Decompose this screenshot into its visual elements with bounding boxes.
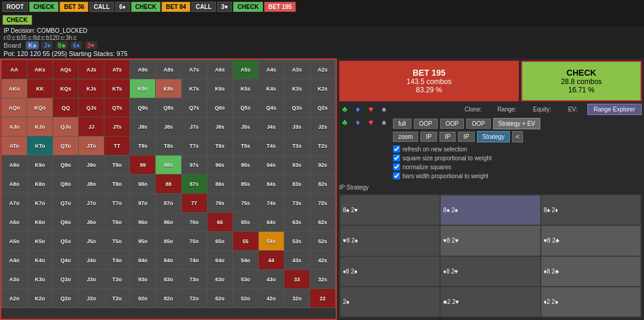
- grid-cell[interactable]: QJs: [79, 98, 104, 117]
- nav-btn-bet36[interactable]: BET 36: [60, 2, 88, 12]
- grid-cell[interactable]: J9s: [130, 117, 155, 136]
- grid-cell[interactable]: J5o: [79, 232, 104, 250]
- nav-btn-root[interactable]: ROOT: [2, 2, 28, 12]
- grid-cell[interactable]: T6o: [104, 213, 129, 231]
- diamond-icon-2[interactable]: ♦: [352, 117, 363, 128]
- nav-btn-check2[interactable]: CHECK: [131, 2, 161, 12]
- oop-button-1[interactable]: OOP: [414, 119, 438, 129]
- grid-cell[interactable]: 92s: [310, 156, 335, 174]
- grid-cell[interactable]: Q7o: [53, 194, 78, 212]
- grid-cell[interactable]: Q3s: [284, 98, 309, 117]
- grid-cell[interactable]: J8s: [156, 117, 181, 136]
- grid-cell[interactable]: JJ: [79, 117, 104, 136]
- grid-cell[interactable]: 64s: [259, 213, 284, 231]
- grid-cell[interactable]: K4o: [27, 251, 52, 269]
- card-cell[interactable]: 8♠ 2♠: [441, 195, 540, 225]
- grid-cell[interactable]: Q6s: [208, 98, 233, 117]
- grid-cell[interactable]: A3s: [284, 60, 309, 79]
- grid-cell[interactable]: 43s: [284, 251, 309, 269]
- club-icon-1[interactable]: ♣: [339, 104, 350, 114]
- grid-cell[interactable]: J4s: [259, 117, 284, 136]
- grid-cell[interactable]: AQo: [2, 98, 27, 117]
- grid-cell[interactable]: 75s: [233, 194, 258, 212]
- grid-cell[interactable]: 73s: [284, 194, 309, 212]
- grid-cell[interactable]: QJo: [53, 117, 78, 136]
- grid-cell[interactable]: K7s: [182, 79, 207, 98]
- grid-cell[interactable]: 85o: [156, 232, 181, 250]
- grid-cell[interactable]: 83o: [156, 270, 181, 288]
- grid-cell[interactable]: 86s: [208, 175, 233, 193]
- grid-cell[interactable]: Q2s: [310, 98, 335, 117]
- grid-cell[interactable]: 44: [259, 251, 284, 269]
- grid-cell[interactable]: KTo: [27, 136, 52, 155]
- grid-cell[interactable]: KK: [27, 79, 52, 98]
- grid-cell[interactable]: K7o: [27, 194, 52, 212]
- grid-cell[interactable]: 86o: [156, 213, 181, 231]
- grid-cell[interactable]: A5o: [2, 232, 27, 250]
- grid-cell[interactable]: K6s: [208, 79, 233, 98]
- grid-cell[interactable]: Q3o: [53, 270, 78, 288]
- grid-cell[interactable]: 99: [130, 156, 155, 174]
- arrow-button[interactable]: <: [512, 131, 523, 142]
- card-cell[interactable]: ♣2 2♥: [441, 287, 540, 316]
- grid-cell[interactable]: J6o: [79, 213, 104, 231]
- heart-icon-2[interactable]: ♥: [366, 117, 376, 128]
- grid-cell[interactable]: 95o: [130, 232, 155, 250]
- strategy-ev-button[interactable]: Strategy + EV: [493, 118, 541, 129]
- grid-cell[interactable]: T3s: [284, 136, 309, 155]
- grid-cell[interactable]: K3o: [27, 270, 52, 288]
- grid-cell[interactable]: A6s: [208, 60, 233, 79]
- oop-button-3[interactable]: OOP: [466, 119, 490, 129]
- grid-cell[interactable]: A9s: [130, 60, 155, 79]
- card-cell[interactable]: 8♠ 2♥: [340, 195, 439, 225]
- grid-cell[interactable]: KQo: [27, 98, 52, 117]
- grid-cell[interactable]: 65o: [208, 232, 233, 250]
- grid-cell[interactable]: T6s: [208, 136, 233, 155]
- grid-cell[interactable]: ATs: [104, 60, 129, 79]
- ip-button-1[interactable]: IP: [420, 132, 436, 142]
- grid-cell[interactable]: J6s: [208, 117, 233, 136]
- grid-cell[interactable]: K5s: [233, 79, 258, 98]
- grid-cell[interactable]: Q7s: [182, 98, 207, 117]
- grid-cell[interactable]: 95s: [233, 156, 258, 174]
- grid-cell[interactable]: K3s: [284, 79, 309, 98]
- grid-cell[interactable]: A5s: [233, 60, 258, 79]
- grid-cell[interactable]: T8o: [104, 175, 129, 193]
- grid-cell[interactable]: A6o: [2, 213, 27, 231]
- grid-cell[interactable]: T5s: [233, 136, 258, 155]
- grid-cell[interactable]: 54o: [233, 251, 258, 269]
- card-cell[interactable]: ♦8 2♠: [340, 257, 439, 286]
- grid-cell[interactable]: T8s: [156, 136, 181, 155]
- grid-cell[interactable]: A7o: [2, 194, 27, 212]
- grid-cell[interactable]: Q8o: [53, 175, 78, 193]
- grid-cell[interactable]: 88: [156, 175, 181, 193]
- card-cell[interactable]: 8♠ 2♦: [541, 195, 640, 225]
- ip-button-2[interactable]: IP: [439, 132, 456, 142]
- grid-cell[interactable]: ATo: [2, 136, 27, 155]
- grid-cell[interactable]: A3o: [2, 270, 27, 288]
- grid-cell[interactable]: 75o: [182, 232, 207, 250]
- grid-cell[interactable]: 42s: [310, 251, 335, 269]
- grid-cell[interactable]: AJo: [2, 117, 27, 136]
- grid-cell[interactable]: A4o: [2, 251, 27, 269]
- grid-cell[interactable]: Q5s: [233, 98, 258, 117]
- card-cell[interactable]: ♦2 2♠: [541, 287, 640, 316]
- grid-cell[interactable]: QTs: [104, 98, 129, 117]
- grid-cell[interactable]: K2s: [310, 79, 335, 98]
- full-button[interactable]: full: [393, 119, 411, 129]
- grid-cell[interactable]: T7s: [182, 136, 207, 155]
- grid-cell[interactable]: J7o: [79, 194, 104, 212]
- range-explorer-button[interactable]: Range Explorer: [587, 104, 642, 115]
- grid-cell[interactable]: 42o: [259, 289, 284, 307]
- grid-cell[interactable]: 66: [208, 213, 233, 231]
- grid-cell[interactable]: 97s: [182, 156, 207, 174]
- checkbox-2[interactable]: [393, 163, 400, 170]
- grid-cell[interactable]: Q8s: [156, 98, 181, 117]
- grid-cell[interactable]: J3s: [284, 117, 309, 136]
- grid-cell[interactable]: J2s: [310, 117, 335, 136]
- grid-cell[interactable]: AQs: [53, 60, 78, 79]
- grid-cell[interactable]: 76s: [208, 194, 233, 212]
- grid-cell[interactable]: T7o: [104, 194, 129, 212]
- card-cell[interactable]: ♦8 2♣: [541, 257, 640, 286]
- nav-btn-check3[interactable]: CHECK: [233, 2, 263, 12]
